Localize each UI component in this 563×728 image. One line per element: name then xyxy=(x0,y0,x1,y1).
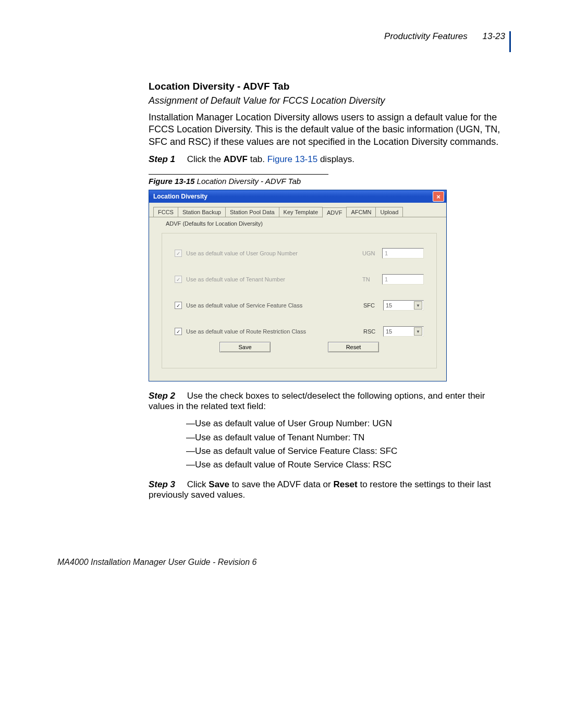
checkbox-ugn[interactable]: ✓ xyxy=(175,250,182,257)
step-1: Step 1 Click the ADVF tab. Figure 13-15 … xyxy=(149,154,511,165)
step-2-label: Step 2 xyxy=(149,391,175,401)
checkbox-tn[interactable]: ✓ xyxy=(175,276,182,283)
option-ugn: Use as default value of User Group Numbe… xyxy=(186,417,511,430)
select-rsc[interactable]: 15 ▼ xyxy=(383,326,424,337)
figure-link[interactable]: Figure 13-15 xyxy=(267,154,317,164)
step-1-label: Step 1 xyxy=(149,154,175,164)
save-button[interactable]: Save xyxy=(219,342,271,352)
option-tn: Use as default value of Tenant Number: T… xyxy=(186,431,511,445)
close-icon[interactable]: × xyxy=(433,191,444,202)
tab-key-template[interactable]: Key Template xyxy=(279,207,323,217)
chevron-down-icon[interactable]: ▼ xyxy=(414,301,422,310)
page-number: 13-23 xyxy=(470,31,505,41)
code-tn: TN xyxy=(362,276,382,282)
intro-paragraph: Installation Manager Location Diversity … xyxy=(149,112,511,148)
label-rsc: Use as default value of Route Restrictio… xyxy=(186,328,363,335)
option-sfc: Use as default value of Service Feature … xyxy=(186,445,511,458)
row-sfc: ✓ Use as default value of Service Featur… xyxy=(175,300,424,311)
section-title: Location Diversity - ADVF Tab xyxy=(149,81,511,92)
dialog-title: Location Diversity xyxy=(153,193,207,200)
checkbox-rsc[interactable]: ✓ xyxy=(175,328,182,335)
figure-rule xyxy=(149,174,328,175)
tab-upload[interactable]: Upload xyxy=(375,207,403,217)
row-rsc: ✓ Use as default value of Route Restrict… xyxy=(175,326,424,337)
reset-button[interactable]: Reset xyxy=(328,342,379,352)
section-subtitle: Assignment of Default Value for FCCS Loc… xyxy=(149,95,511,106)
tab-station-pool-data[interactable]: Station Pool Data xyxy=(225,207,279,217)
page-header: Productivity Features 13-23 xyxy=(57,31,511,52)
location-diversity-dialog: Location Diversity × FCCS Station Backup… xyxy=(149,190,447,381)
option-rsc: Use as default value of Route Service Cl… xyxy=(186,458,511,472)
advf-fieldset: ✓ Use as default value of User Group Num… xyxy=(162,233,437,368)
step-3-label: Step 3 xyxy=(149,479,175,489)
checkbox-sfc[interactable]: ✓ xyxy=(175,302,182,309)
code-sfc: SFC xyxy=(363,302,383,309)
step-2: Step 2 Use the check boxes to select/des… xyxy=(149,391,511,412)
chevron-down-icon[interactable]: ▼ xyxy=(414,327,422,336)
input-tn[interactable]: 1 xyxy=(382,274,424,285)
tab-description: ADVF (Defaults for Location Diversity) xyxy=(149,217,446,227)
code-rsc: RSC xyxy=(363,328,383,335)
dialog-tabs: FCCS Station Backup Station Pool Data Ke… xyxy=(149,203,446,217)
tab-afcmn[interactable]: AFCMN xyxy=(346,207,376,217)
chapter-name: Productivity Features xyxy=(384,31,468,41)
select-sfc[interactable]: 15 ▼ xyxy=(383,300,424,311)
step-3: Step 3 Click Save to save the ADVF data … xyxy=(149,479,511,500)
row-tn: ✓ Use as default value of Tenant Number … xyxy=(175,274,424,285)
code-ugn: UGN xyxy=(362,250,382,256)
label-ugn: Use as default value of User Group Numbe… xyxy=(186,250,362,256)
figure-caption: Figure 13-15 Location Diversity - ADVF T… xyxy=(149,177,511,186)
row-ugn: ✓ Use as default value of User Group Num… xyxy=(175,248,424,258)
label-tn: Use as default value of Tenant Number xyxy=(186,276,362,282)
tab-fccs[interactable]: FCCS xyxy=(153,207,178,217)
input-ugn[interactable]: 1 xyxy=(382,248,424,258)
options-list: Use as default value of User Group Numbe… xyxy=(186,417,511,472)
label-sfc: Use as default value of Service Feature … xyxy=(186,302,363,309)
dialog-titlebar[interactable]: Location Diversity × xyxy=(149,190,446,203)
tab-station-backup[interactable]: Station Backup xyxy=(178,207,226,217)
page-footer: MA4000 Installation Manager User Guide -… xyxy=(57,558,511,567)
tab-advf[interactable]: ADVF xyxy=(322,207,347,218)
dialog-buttons: Save Reset xyxy=(175,342,424,352)
